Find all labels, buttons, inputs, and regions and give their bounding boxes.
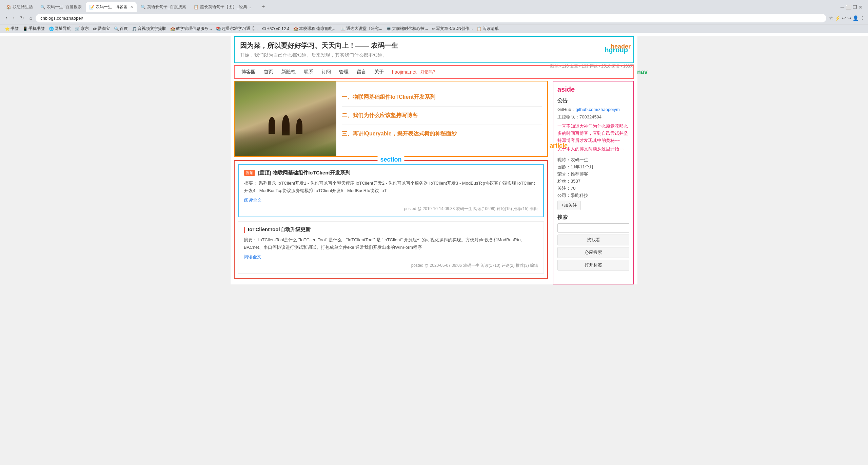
profile-honor: 荣誉：推荐博客	[557, 171, 629, 177]
article-semantic-label: article	[550, 142, 568, 149]
featured-post-3[interactable]: 三、再讲IQueryable，揭开表达式树的神秘面纱	[342, 125, 542, 143]
section-semantic-label: section	[377, 156, 404, 163]
announcement-title: 公告	[557, 97, 629, 104]
open-tags-button[interactable]: 打开标签	[557, 260, 629, 271]
lightning-icon[interactable]: ⚡	[835, 15, 841, 21]
hgroup-label: hgroup	[605, 46, 628, 54]
profile-icon[interactable]: 👤	[853, 15, 859, 21]
profile-company: 公司：擎昀科技	[557, 192, 629, 199]
promo-text: 一直不知道大神们为什么愿意花那么多的时间写博客，直到自己尝试并坚持写博客后才发现…	[557, 123, 629, 144]
search-input[interactable]	[557, 223, 629, 232]
featured-post-2-title[interactable]: 二、我们为什么应该坚持写博客	[342, 112, 418, 118]
bookmark-mobile[interactable]: 📱 手机书签	[21, 25, 47, 32]
profile-follow: 关注：70	[557, 185, 629, 191]
aside-panel: aside 公告 GitHub：github.com/zhaopeiym 工控物…	[553, 81, 634, 284]
nav-link-home[interactable]: 博客园	[237, 67, 260, 77]
bookmark-avtext[interactable]: 🎵 音视频文字提取	[130, 25, 168, 32]
featured-post-1-title[interactable]: 一、物联网基础组件IoTClient开发系列	[342, 94, 435, 100]
site-nav: nav 博客园 首页 新随笔 联系 订阅 管理 留言 关于 haojima.ne…	[234, 65, 634, 79]
nav-remember-link[interactable]: 好记吗?	[420, 69, 435, 75]
bookmark-readlist[interactable]: 📋 阅读清单	[475, 25, 501, 32]
tab-4[interactable]: 🔍 英语长句子_百度搜索	[137, 2, 190, 12]
nav-link-contact[interactable]: 联系	[300, 67, 317, 77]
reload-button[interactable]: ↻	[18, 14, 26, 22]
aside-profile: 昵称：农码一生 园龄：11年11个月 荣誉：推荐博客 粉丝：3537 关注：70…	[557, 157, 629, 210]
bing-search-button[interactable]: 必应搜索	[557, 247, 629, 258]
tab-5-favicon: 📋	[194, 5, 199, 10]
post-2-title[interactable]: IoTClientTool自动升级更新	[248, 226, 311, 233]
tab-1-label: 联想酷生活	[13, 4, 33, 10]
post-2-read-more[interactable]: 阅读全文	[244, 254, 261, 259]
bookmark-frontend[interactable]: 💻 大前端时代核心技...	[384, 25, 430, 32]
nav-link-message[interactable]: 留言	[353, 67, 370, 77]
undo-icon[interactable]: ↩	[842, 15, 846, 21]
nav-link-index[interactable]: 首页	[260, 67, 277, 77]
tab-5[interactable]: 📋 超长英语句子【图】_经典句子-说说...	[190, 2, 258, 12]
post-1-title[interactable]: [置顶] 物联网基础组件IoTClient开发系列	[258, 170, 350, 176]
section-area: section 置顶 [置顶] 物联网基础组件IoTClient开发系列 摘要：…	[234, 160, 548, 279]
site-header: 因为菜，所以要好好学习、天天向上！—— 农码一生 开始，我们以为自己什么都知道。…	[234, 36, 634, 63]
bookmark-taobao[interactable]: 🛍 爱淘宝	[91, 25, 112, 32]
menu-icon[interactable]: ⋮	[860, 15, 865, 21]
github-link[interactable]: github.com/zhaopeiym	[575, 107, 619, 112]
maximize-button[interactable]: ❐	[853, 4, 857, 10]
featured-post-2[interactable]: 二、我们为什么应该坚持写博客	[342, 107, 542, 125]
site-title: 因为菜，所以要好好学习、天天向上！—— 农码一生	[240, 41, 628, 50]
bookmark-shujian[interactable]: ⭐ 书签	[3, 25, 21, 32]
follow-button[interactable]: +加关注	[557, 201, 581, 210]
bookmark-tongda[interactable]: 📖 通达大讲堂《研究...	[338, 25, 384, 32]
tab-3-active[interactable]: 📝 农码一生 - 博客园 ✕	[86, 2, 137, 12]
restore-button[interactable]: ⬜	[846, 4, 851, 10]
aside-announcement: 公告 GitHub：github.com/zhaopeiym 工控物联：7003…	[557, 97, 629, 152]
tab-2[interactable]: 🔍 农码一生_百度搜索	[37, 2, 85, 12]
forward-button[interactable]: ›	[11, 14, 16, 22]
back-button[interactable]: ‹	[3, 14, 9, 22]
article-area: article	[234, 81, 548, 157]
nav-link-subscribe[interactable]: 订阅	[317, 67, 335, 77]
browser-top: 🏠 联想酷生活 🔍 农码一生_百度搜索 📝 农码一生 - 博客园 ✕ 🔍 英语长…	[0, 0, 868, 33]
contact-info: 工控物联：700324594	[557, 114, 629, 120]
address-bar[interactable]	[36, 14, 826, 22]
featured-post-3-title[interactable]: 三、再讲IQueryable，揭开表达式树的神秘面纱	[342, 131, 457, 136]
post-1-pinned-badge: 置顶	[244, 170, 255, 176]
post-1-read-more[interactable]: 阅读全文	[244, 198, 262, 203]
post-card-1: 置顶 [置顶] 物联网基础组件IoTClient开发系列 摘要： 系列目录 Io…	[238, 164, 544, 217]
tab-1[interactable]: 🏠 联想酷生活	[3, 2, 36, 12]
tab-2-label: 农码一生_百度搜索	[47, 4, 82, 10]
tab-3-close[interactable]: ✕	[130, 5, 133, 9]
post-2-summary: 摘要： IoTClientTool是什么 "IoTClientTool" 是什么…	[244, 236, 538, 251]
tab-4-label: 英语长句子_百度搜索	[147, 4, 186, 10]
close-window-button[interactable]: ✕	[859, 4, 863, 10]
bookmark-jd[interactable]: 🛒 京东	[73, 25, 91, 32]
redo-icon[interactable]: ↪	[847, 15, 851, 21]
nav-link-newpost[interactable]: 新随笔	[277, 67, 300, 77]
search-button[interactable]: 找找看	[557, 235, 629, 245]
nav-link-admin[interactable]: 管理	[335, 67, 353, 77]
profile-fans: 粉丝：3537	[557, 178, 629, 184]
bookmark-csdn[interactable]: ✏ 写文章-CSDN创作...	[430, 25, 475, 32]
post-1-meta: posted @ 2019-10-14 09:33 农码一生 阅读(10699)…	[244, 206, 538, 212]
aside-column: aside 公告 GitHub：github.com/zhaopeiym 工控物…	[553, 81, 634, 284]
bookmark-njupt[interactable]: 🏫 本校课程-南京邮电...	[291, 25, 338, 32]
aside-search: 搜索 找找看 必应搜索 打开标签	[557, 214, 629, 271]
nav-link-about[interactable]: 关于	[370, 67, 388, 77]
tab-3-label: 农码一生 - 博客园	[96, 4, 128, 10]
bookmark-edu[interactable]: 🏫 教学管理信息服务...	[168, 25, 214, 32]
minimize-button[interactable]: ─	[841, 4, 844, 10]
nav-label-semantic: nav	[637, 69, 648, 76]
tab-4-favicon: 🔍	[141, 5, 146, 10]
featured-post-1[interactable]: 一、物联网基础组件IoTClient开发系列	[342, 88, 542, 107]
tab-5-label: 超长英语句子【图】_经典句子-说说...	[200, 4, 255, 10]
bookmark-baidu[interactable]: 🔍 百度	[112, 25, 130, 32]
post-2-meta: posted @ 2020-05-07 09:06 农码一生 阅读(1710) …	[244, 263, 538, 268]
bookmark-h5o[interactable]: 🏷 H5O v0.12.4	[260, 26, 291, 32]
bookmark-nav[interactable]: 🌐 网址导航	[47, 25, 73, 32]
new-tab-button[interactable]: +	[259, 3, 268, 11]
nav-special-link[interactable]: haojima.net	[388, 68, 420, 76]
home-button[interactable]: ⌂	[27, 14, 34, 22]
github-info: GitHub：github.com/zhaopeiym	[557, 107, 629, 113]
tab-2-favicon: 🔍	[40, 5, 45, 10]
bookmark-star-icon[interactable]: ☆	[829, 15, 833, 21]
browser-window: 🏠 联想酷生活 🔍 农码一生_百度搜索 📝 农码一生 - 博客园 ✕ 🔍 英语长…	[0, 0, 868, 284]
bookmark-chaoxing[interactable]: 📚 超星尔雅学习通【...	[214, 25, 260, 32]
